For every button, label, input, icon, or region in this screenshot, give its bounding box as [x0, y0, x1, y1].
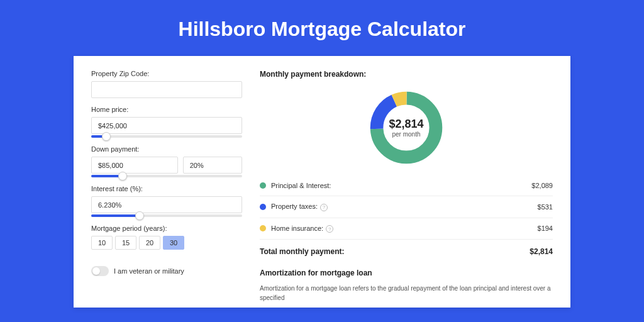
dot-icon [260, 225, 266, 231]
home-price-input[interactable] [91, 117, 242, 134]
breakdown-row-taxes: Property taxes:? $531 [260, 196, 553, 218]
breakdown-item-label: Home insurance:? [271, 225, 538, 233]
mortgage-period-group: 10 15 20 30 [91, 236, 242, 250]
donut-center-sub: per month [392, 131, 420, 138]
zip-label: Property Zip Code: [91, 70, 242, 77]
donut-center-value: $2,814 [389, 118, 423, 131]
amortization-text: Amortization for a mortgage loan refers … [260, 284, 553, 303]
breakdown-total-row: Total monthly payment: $2,814 [260, 240, 553, 266]
breakdown-donut-chart: $2,814 per month [367, 89, 445, 167]
period-30-button[interactable]: 30 [163, 236, 184, 250]
breakdown-row-principal: Principal & Interest: $2,089 [260, 175, 553, 196]
interest-rate-label: Interest rate (%): [91, 185, 242, 192]
breakdown-item-value: $194 [538, 225, 553, 232]
home-price-slider[interactable] [91, 135, 242, 138]
period-20-button[interactable]: 20 [139, 236, 160, 250]
amortization-title: Amortization for mortgage loan [260, 269, 553, 277]
down-payment-amount-input[interactable] [91, 157, 178, 174]
dot-icon [260, 204, 266, 210]
total-value: $2,814 [530, 247, 553, 256]
mortgage-period-label: Mortgage period (years): [91, 225, 242, 232]
total-label: Total monthly payment: [260, 247, 530, 256]
veteran-toggle[interactable] [91, 266, 109, 276]
breakdown-item-value: $531 [538, 203, 553, 211]
breakdown-item-label: Principal & Interest: [271, 182, 531, 189]
down-payment-slider[interactable] [91, 175, 242, 177]
dot-icon [260, 182, 266, 189]
veteran-toggle-label: I am veteran or military [114, 267, 184, 275]
help-icon[interactable]: ? [326, 225, 333, 233]
period-10-button[interactable]: 10 [91, 236, 113, 250]
breakdown-item-label: Property taxes:? [271, 203, 538, 211]
down-payment-label: Down payment: [91, 145, 242, 153]
breakdown-item-value: $2,089 [531, 182, 553, 189]
interest-rate-input[interactable] [91, 196, 242, 213]
zip-input[interactable] [91, 81, 242, 98]
page-title: Hillsboro Mortgage Calculator [0, 0, 644, 56]
down-payment-percent-input[interactable] [183, 157, 242, 174]
calculator-card: Property Zip Code: Home price: Down paym… [74, 56, 570, 308]
breakdown-panel: Monthly payment breakdown: $2,814 per mo… [260, 70, 553, 294]
breakdown-row-insurance: Home insurance:? $194 [260, 218, 553, 240]
help-icon[interactable]: ? [320, 204, 328, 211]
period-15-button[interactable]: 15 [115, 236, 136, 250]
form-panel: Property Zip Code: Home price: Down paym… [91, 70, 242, 294]
home-price-label: Home price: [91, 106, 242, 113]
breakdown-title: Monthly payment breakdown: [260, 70, 553, 79]
interest-rate-slider[interactable] [91, 214, 242, 217]
